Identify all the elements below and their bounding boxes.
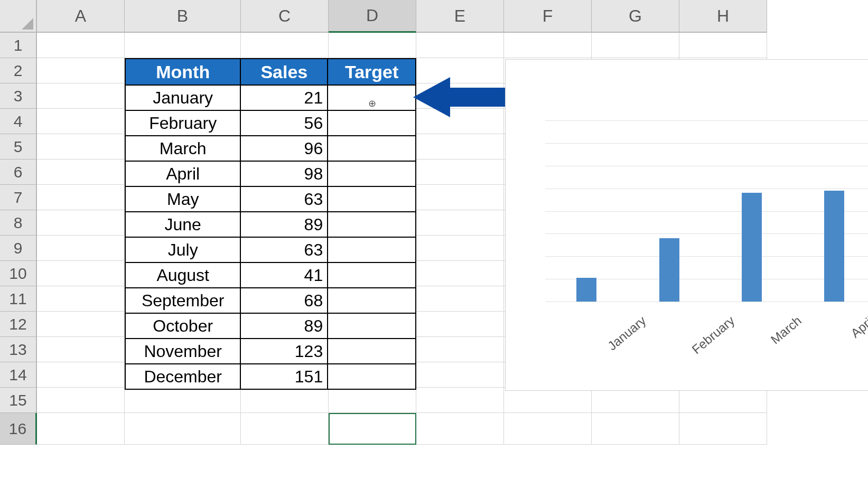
row-header-7[interactable]: 7 — [0, 185, 37, 210]
column-header-F[interactable]: F — [504, 0, 592, 33]
table-cell-month[interactable]: June — [126, 211, 241, 237]
table-cell-target[interactable] — [328, 135, 415, 161]
chart-x-label: February — [689, 313, 738, 357]
column-header-G[interactable]: G — [592, 0, 679, 33]
table-cell-month[interactable]: January — [126, 85, 241, 110]
column-header-C[interactable]: C — [241, 0, 329, 33]
table-cell-month[interactable]: October — [126, 313, 241, 338]
table-cell-month[interactable]: April — [126, 161, 241, 186]
row-header-15[interactable]: 15 — [0, 388, 37, 413]
row-header-2[interactable]: 2 — [0, 58, 37, 83]
table-cell-target[interactable] — [328, 110, 415, 135]
chart-x-label: April — [848, 313, 868, 341]
row-headers: 12345678910111213141516 — [0, 33, 37, 445]
chart-plot-area: 020406080100120140160JanuaryFebruaryMarc… — [506, 60, 868, 390]
row-header-5[interactable]: 5 — [0, 134, 37, 159]
table-cell-target[interactable] — [328, 237, 415, 262]
table-cell-sales[interactable]: 68 — [241, 287, 328, 313]
table-cell-month[interactable]: May — [126, 186, 241, 211]
table-cell-target[interactable] — [328, 161, 415, 186]
chart-bar[interactable] — [824, 191, 844, 302]
table-cell-sales[interactable]: 63 — [241, 237, 328, 262]
table-cell-sales[interactable]: 89 — [241, 211, 328, 237]
column-header-B[interactable]: B — [125, 0, 241, 33]
row-header-13[interactable]: 13 — [0, 337, 37, 362]
row-header-1[interactable]: 1 — [0, 33, 37, 58]
embedded-chart[interactable]: 020406080100120140160JanuaryFebruaryMarc… — [505, 59, 868, 391]
table-cell-sales[interactable]: 63 — [241, 186, 328, 211]
table-cell-target[interactable] — [328, 287, 415, 313]
table-cell-month[interactable]: December — [126, 363, 241, 389]
column-header-D[interactable]: D — [329, 0, 416, 33]
table-cell-month[interactable]: July — [126, 237, 241, 262]
table-cell-sales[interactable]: 21 — [241, 85, 328, 110]
table-cell-sales[interactable]: 56 — [241, 110, 328, 135]
table-cell-sales[interactable]: 89 — [241, 313, 328, 338]
table-cell-sales[interactable]: 41 — [241, 262, 328, 287]
spreadsheet: ABCDEFGH 12345678910111213141516 MonthSa… — [0, 0, 868, 488]
row-header-14[interactable]: 14 — [0, 362, 37, 388]
row-header-10[interactable]: 10 — [0, 261, 37, 286]
table-cell-month[interactable]: August — [126, 262, 241, 287]
row-header-8[interactable]: 8 — [0, 210, 37, 236]
table-cell-sales[interactable]: 96 — [241, 135, 328, 161]
table-cell-sales[interactable]: 98 — [241, 161, 328, 186]
column-headers: ABCDEFGH — [37, 0, 767, 33]
row-header-6[interactable]: 6 — [0, 159, 37, 185]
column-header-A[interactable]: A — [37, 0, 125, 33]
chart-bar[interactable] — [742, 193, 762, 302]
table-cell-target[interactable] — [328, 186, 415, 211]
table-cell-target[interactable] — [328, 85, 415, 110]
select-all-corner[interactable] — [0, 0, 37, 33]
row-header-4[interactable]: 4 — [0, 109, 37, 134]
row-header-9[interactable]: 9 — [0, 236, 37, 261]
column-header-H[interactable]: H — [679, 0, 767, 33]
table-cell-month[interactable]: February — [126, 110, 241, 135]
data-table[interactable]: MonthSalesTargetJanuary21February56March… — [125, 58, 416, 390]
chart-bar[interactable] — [576, 278, 596, 302]
table-cell-target[interactable] — [328, 363, 415, 389]
table-cell-sales[interactable]: 151 — [241, 363, 328, 389]
table-header-sales[interactable]: Sales — [241, 59, 328, 85]
table-cell-month[interactable]: November — [126, 338, 241, 363]
row-header-3[interactable]: 3 — [0, 83, 37, 109]
table-cell-target[interactable] — [328, 313, 415, 338]
column-header-E[interactable]: E — [416, 0, 504, 33]
table-cell-target[interactable] — [328, 211, 415, 237]
chart-bar[interactable] — [659, 238, 679, 302]
table-header-target[interactable]: Target — [328, 59, 415, 85]
table-header-month[interactable]: Month — [126, 59, 241, 85]
table-cell-target[interactable] — [328, 338, 415, 363]
table-cell-month[interactable]: March — [126, 135, 241, 161]
chart-x-label: January — [605, 313, 649, 353]
row-header-11[interactable]: 11 — [0, 286, 37, 312]
row-header-16[interactable]: 16 — [0, 413, 37, 445]
table-cell-target[interactable] — [328, 262, 415, 287]
table-cell-sales[interactable]: 123 — [241, 338, 328, 363]
row-header-12[interactable]: 12 — [0, 312, 37, 337]
table-cell-month[interactable]: September — [126, 287, 241, 313]
chart-x-label: March — [768, 313, 805, 347]
svg-marker-0 — [22, 18, 33, 30]
